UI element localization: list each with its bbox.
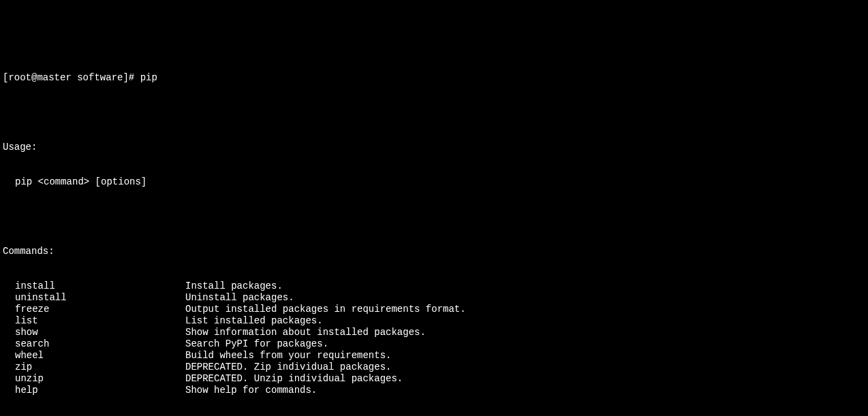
command-desc: Output installed packages in requirement… (185, 304, 865, 315)
command-row: installInstall packages. (3, 281, 865, 292)
usage-line: pip <command> [options] (3, 176, 865, 188)
command-desc: Show help for commands. (185, 385, 865, 396)
command-name: zip (3, 362, 185, 373)
command-row: helpShow help for commands. (3, 385, 865, 396)
commands-list: installInstall packages.uninstallUninsta… (3, 281, 865, 396)
commands-header: Commands: (3, 246, 865, 257)
command-row: uninstallUninstall packages. (3, 292, 865, 304)
command-name: help (3, 385, 185, 396)
command-name: freeze (3, 304, 185, 315)
command-row: unzipDEPRECATED. Unzip individual packag… (3, 373, 865, 385)
command-row: zipDEPRECATED. Zip individual packages. (3, 362, 865, 373)
command-name: list (3, 315, 185, 327)
command-desc: DEPRECATED. Zip individual packages. (185, 362, 865, 373)
prompt-line: [root@master software]# pip (3, 72, 865, 84)
command-row: wheelBuild wheels from your requirements… (3, 350, 865, 362)
typed-command: pip (140, 72, 157, 84)
terminal-output[interactable]: [root@master software]# pip Usage: pip <… (3, 49, 865, 416)
command-desc: Search PyPI for packages. (185, 338, 865, 350)
command-name: show (3, 327, 185, 338)
command-row: searchSearch PyPI for packages. (3, 338, 865, 350)
command-desc: DEPRECATED. Unzip individual packages. (185, 373, 865, 385)
command-name: search (3, 338, 185, 350)
command-row: listList installed packages. (3, 315, 865, 327)
command-desc: List installed packages. (185, 315, 865, 327)
command-desc: Show information about installed package… (185, 327, 865, 338)
command-desc: Build wheels from your requirements. (185, 350, 865, 362)
command-desc: Uninstall packages. (185, 292, 865, 304)
command-desc: Install packages. (185, 281, 865, 292)
command-name: uninstall (3, 292, 185, 304)
command-name: install (3, 281, 185, 292)
command-name: wheel (3, 350, 185, 362)
command-row: freezeOutput installed packages in requi… (3, 304, 865, 315)
command-row: showShow information about installed pac… (3, 327, 865, 338)
shell-prompt: [root@master software]# (3, 72, 140, 84)
command-name: unzip (3, 373, 185, 385)
usage-header: Usage: (3, 142, 865, 153)
